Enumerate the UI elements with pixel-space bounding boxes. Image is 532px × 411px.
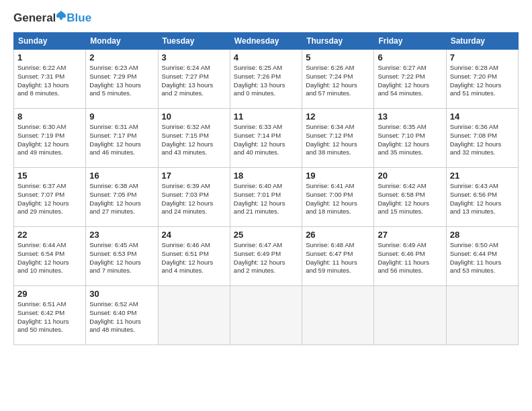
table-cell — [230, 286, 302, 345]
day-info: Sunrise: 6:24 AM Sunset: 7:27 PM Dayligh… — [162, 64, 226, 98]
day-number: 8 — [17, 111, 82, 122]
table-cell: 23Sunrise: 6:45 AM Sunset: 6:53 PM Dayli… — [86, 227, 158, 286]
day-info: Sunrise: 6:22 AM Sunset: 7:31 PM Dayligh… — [17, 64, 82, 98]
day-number: 7 — [450, 52, 515, 62]
day-info: Sunrise: 6:32 AM Sunset: 7:15 PM Dayligh… — [162, 123, 226, 157]
day-number: 18 — [234, 171, 298, 181]
day-number: 3 — [162, 52, 226, 62]
col-tuesday: Tuesday — [158, 33, 230, 50]
table-cell: 27Sunrise: 6:49 AM Sunset: 6:46 PM Dayli… — [374, 227, 446, 286]
day-info: Sunrise: 6:30 AM Sunset: 7:19 PM Dayligh… — [17, 123, 82, 157]
day-info: Sunrise: 6:39 AM Sunset: 7:03 PM Dayligh… — [162, 182, 226, 216]
calendar-table: Sunday Monday Tuesday Wednesday Thursday… — [13, 32, 519, 345]
col-wednesday: Wednesday — [230, 33, 302, 50]
day-info: Sunrise: 6:28 AM Sunset: 7:20 PM Dayligh… — [450, 64, 515, 98]
day-number: 2 — [89, 52, 154, 62]
day-number: 19 — [306, 171, 370, 181]
day-info: Sunrise: 6:23 AM Sunset: 7:29 PM Dayligh… — [89, 64, 154, 98]
logo-general: General — [13, 11, 56, 25]
logo-blue: Blue — [66, 11, 91, 25]
day-info: Sunrise: 6:36 AM Sunset: 7:08 PM Dayligh… — [450, 123, 515, 157]
table-cell — [374, 286, 446, 345]
table-cell — [446, 286, 518, 345]
table-cell: 18Sunrise: 6:40 AM Sunset: 7:01 PM Dayli… — [230, 168, 302, 227]
day-number: 21 — [450, 171, 515, 181]
table-cell: 24Sunrise: 6:46 AM Sunset: 6:51 PM Dayli… — [158, 227, 230, 286]
table-cell: 5Sunrise: 6:26 AM Sunset: 7:24 PM Daylig… — [302, 50, 374, 109]
day-number: 27 — [378, 230, 442, 240]
day-info: Sunrise: 6:47 AM Sunset: 6:49 PM Dayligh… — [234, 241, 298, 275]
day-number: 5 — [306, 52, 370, 62]
day-number: 11 — [234, 111, 298, 122]
col-monday: Monday — [86, 33, 158, 50]
table-cell: 6Sunrise: 6:27 AM Sunset: 7:22 PM Daylig… — [374, 50, 446, 109]
table-cell: 8Sunrise: 6:30 AM Sunset: 7:19 PM Daylig… — [14, 109, 86, 168]
day-number: 28 — [450, 230, 515, 240]
table-cell: 10Sunrise: 6:32 AM Sunset: 7:15 PM Dayli… — [158, 109, 230, 168]
day-number: 4 — [234, 52, 298, 62]
day-number: 1 — [17, 52, 82, 62]
day-number: 14 — [450, 111, 515, 122]
col-friday: Friday — [374, 33, 446, 50]
day-number: 30 — [89, 289, 154, 299]
day-number: 6 — [378, 52, 442, 62]
col-sunday: Sunday — [14, 33, 86, 50]
day-number: 26 — [306, 230, 370, 240]
table-cell: 26Sunrise: 6:48 AM Sunset: 6:47 PM Dayli… — [302, 227, 374, 286]
day-number: 9 — [89, 111, 154, 122]
table-cell: 15Sunrise: 6:37 AM Sunset: 7:07 PM Dayli… — [14, 168, 86, 227]
table-cell: 20Sunrise: 6:42 AM Sunset: 6:58 PM Dayli… — [374, 168, 446, 227]
logo-bird-icon — [56, 11, 66, 26]
day-info: Sunrise: 6:37 AM Sunset: 7:07 PM Dayligh… — [17, 182, 82, 216]
day-info: Sunrise: 6:45 AM Sunset: 6:53 PM Dayligh… — [89, 241, 154, 275]
table-cell: 30Sunrise: 6:52 AM Sunset: 6:40 PM Dayli… — [86, 286, 158, 345]
table-cell: 4Sunrise: 6:25 AM Sunset: 7:26 PM Daylig… — [230, 50, 302, 109]
day-info: Sunrise: 6:38 AM Sunset: 7:05 PM Dayligh… — [89, 182, 154, 216]
day-info: Sunrise: 6:27 AM Sunset: 7:22 PM Dayligh… — [378, 64, 442, 98]
day-info: Sunrise: 6:48 AM Sunset: 6:47 PM Dayligh… — [306, 241, 370, 275]
table-cell: 1Sunrise: 6:22 AM Sunset: 7:31 PM Daylig… — [14, 50, 86, 109]
col-thursday: Thursday — [302, 33, 374, 50]
day-info: Sunrise: 6:50 AM Sunset: 6:44 PM Dayligh… — [450, 241, 515, 275]
day-number: 15 — [17, 171, 82, 181]
table-cell — [158, 286, 230, 345]
day-info: Sunrise: 6:40 AM Sunset: 7:01 PM Dayligh… — [234, 182, 298, 216]
page-header: General Blue — [13, 11, 519, 26]
table-cell: 14Sunrise: 6:36 AM Sunset: 7:08 PM Dayli… — [446, 109, 518, 168]
calendar-header-row: Sunday Monday Tuesday Wednesday Thursday… — [14, 33, 519, 50]
table-cell: 28Sunrise: 6:50 AM Sunset: 6:44 PM Dayli… — [446, 227, 518, 286]
table-cell: 12Sunrise: 6:34 AM Sunset: 7:12 PM Dayli… — [302, 109, 374, 168]
day-info: Sunrise: 6:42 AM Sunset: 6:58 PM Dayligh… — [378, 182, 442, 216]
table-cell: 11Sunrise: 6:33 AM Sunset: 7:14 PM Dayli… — [230, 109, 302, 168]
day-number: 20 — [378, 171, 442, 181]
day-info: Sunrise: 6:34 AM Sunset: 7:12 PM Dayligh… — [306, 123, 370, 157]
day-info: Sunrise: 6:46 AM Sunset: 6:51 PM Dayligh… — [162, 241, 226, 275]
table-cell: 9Sunrise: 6:31 AM Sunset: 7:17 PM Daylig… — [86, 109, 158, 168]
day-number: 25 — [234, 230, 298, 240]
day-info: Sunrise: 6:35 AM Sunset: 7:10 PM Dayligh… — [378, 123, 442, 157]
day-info: Sunrise: 6:49 AM Sunset: 6:46 PM Dayligh… — [378, 241, 442, 275]
day-info: Sunrise: 6:31 AM Sunset: 7:17 PM Dayligh… — [89, 123, 154, 157]
day-number: 23 — [89, 230, 154, 240]
table-cell: 25Sunrise: 6:47 AM Sunset: 6:49 PM Dayli… — [230, 227, 302, 286]
day-info: Sunrise: 6:44 AM Sunset: 6:54 PM Dayligh… — [17, 241, 82, 275]
table-cell: 7Sunrise: 6:28 AM Sunset: 7:20 PM Daylig… — [446, 50, 518, 109]
table-cell: 2Sunrise: 6:23 AM Sunset: 7:29 PM Daylig… — [86, 50, 158, 109]
table-cell: 13Sunrise: 6:35 AM Sunset: 7:10 PM Dayli… — [374, 109, 446, 168]
table-cell: 21Sunrise: 6:43 AM Sunset: 6:56 PM Dayli… — [446, 168, 518, 227]
day-number: 16 — [89, 171, 154, 181]
day-number: 13 — [378, 111, 442, 122]
day-number: 17 — [162, 171, 226, 181]
table-cell: 22Sunrise: 6:44 AM Sunset: 6:54 PM Dayli… — [14, 227, 86, 286]
col-saturday: Saturday — [446, 33, 518, 50]
day-info: Sunrise: 6:51 AM Sunset: 6:42 PM Dayligh… — [17, 300, 82, 334]
table-cell: 29Sunrise: 6:51 AM Sunset: 6:42 PM Dayli… — [14, 286, 86, 345]
day-info: Sunrise: 6:33 AM Sunset: 7:14 PM Dayligh… — [234, 123, 298, 157]
table-cell — [302, 286, 374, 345]
table-cell: 17Sunrise: 6:39 AM Sunset: 7:03 PM Dayli… — [158, 168, 230, 227]
table-cell: 3Sunrise: 6:24 AM Sunset: 7:27 PM Daylig… — [158, 50, 230, 109]
day-number: 24 — [162, 230, 226, 240]
day-info: Sunrise: 6:25 AM Sunset: 7:26 PM Dayligh… — [234, 64, 298, 98]
table-cell: 19Sunrise: 6:41 AM Sunset: 7:00 PM Dayli… — [302, 168, 374, 227]
day-number: 10 — [162, 111, 226, 122]
